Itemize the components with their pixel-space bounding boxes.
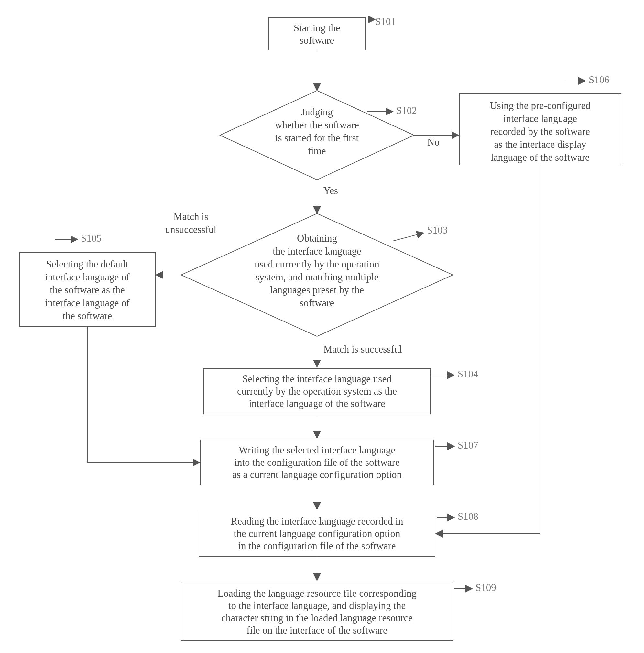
s103-line1: Obtaining <box>297 233 337 244</box>
s105-line1: Selecting the default <box>46 259 129 270</box>
s106-line3: recorded by the software <box>491 126 590 137</box>
s103-line4: system, and matching multiple <box>256 271 379 283</box>
step-s105: Selecting the default interface language… <box>19 233 155 326</box>
s103-line3: used currently by the operation <box>255 259 379 270</box>
s106-line2: interface language <box>503 113 577 124</box>
s106-line4: as the interface display <box>494 139 587 150</box>
s109-line2: to the interface language, and displayin… <box>229 600 406 611</box>
s102-line3: is started for the first <box>275 132 359 144</box>
s106-line1: Using the pre-configured <box>490 100 591 111</box>
s109-line4: file on the interface of the software <box>246 625 387 636</box>
s106-id: S106 <box>589 74 610 86</box>
s106-line5: language of the software <box>491 152 590 163</box>
s104-line2: currently by the operation system as the <box>237 386 397 397</box>
s108-line2: the current language configuration optio… <box>234 528 401 539</box>
s101-line1: Starting the <box>294 22 340 34</box>
step-s109: Loading the language resource file corre… <box>181 582 496 640</box>
flowchart: Starting the software S101 Judging wheth… <box>0 0 644 653</box>
s105-line4: interface language of <box>45 297 130 309</box>
s103-id: S103 <box>427 224 448 236</box>
step-s107: Writing the selected interface language … <box>200 439 478 485</box>
edge-s106-s108 <box>436 165 540 534</box>
step-s103: Obtaining the interface language used cu… <box>181 214 453 336</box>
s102-id: S102 <box>396 105 417 116</box>
s103-line2: the interface language <box>273 245 361 257</box>
step-s101: Starting the software S101 <box>268 16 396 50</box>
label-match-ok: Match is successful <box>324 343 402 355</box>
s109-id: S109 <box>476 582 496 593</box>
step-s104: Selecting the interface language used cu… <box>204 368 478 414</box>
s105-line2: interface language of <box>45 271 130 283</box>
s105-id: S105 <box>81 233 101 244</box>
s107-line2: into the configuration file of the softw… <box>234 457 400 468</box>
s101-line2: software <box>300 34 334 46</box>
s105-line5: the software <box>63 310 112 321</box>
s107-id: S107 <box>458 439 478 451</box>
s105-line3: the software as the <box>50 284 125 296</box>
label-fail2: unsuccessful <box>165 224 216 235</box>
s108-line3: in the configuration file of the softwar… <box>238 540 396 552</box>
label-no: No <box>427 137 439 148</box>
s109-line3: character string in the loaded language … <box>221 612 413 624</box>
s108-line1: Reading the interface language recorded … <box>231 515 403 527</box>
edge-s105-s107 <box>87 326 200 462</box>
step-s106: Using the pre-configured interface langu… <box>459 74 621 165</box>
s104-line1: Selecting the interface language used <box>242 373 392 385</box>
s104-line3: interface language of the software <box>249 398 385 409</box>
s107-line3: as a current language configuration opti… <box>232 469 402 480</box>
s102-line2: whether the software <box>275 119 359 131</box>
s109-line1: Loading the language resource file corre… <box>217 588 416 599</box>
s103-line6: software <box>300 297 334 309</box>
s102-line4: time <box>308 145 326 156</box>
s107-line1: Writing the selected interface language <box>239 444 395 456</box>
s102-line1: Judging <box>301 106 333 118</box>
s101-id: S101 <box>375 16 396 27</box>
s104-id: S104 <box>458 368 478 380</box>
step-s102: Judging whether the software is started … <box>220 91 417 180</box>
label-fail1: Match is <box>173 211 208 222</box>
s103-line5: languages preset by the <box>270 284 364 296</box>
label-yes: Yes <box>324 185 338 196</box>
s108-id: S108 <box>458 511 478 522</box>
